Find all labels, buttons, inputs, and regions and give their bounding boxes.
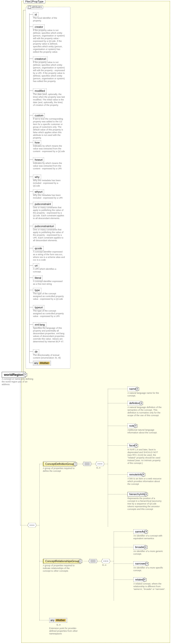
expand-icon[interactable]: + [145,493,148,496]
attr-type-desc: The type of the concept assigned as cont… [33,292,65,300]
elem-definition-desc: A natural language definition of the sem… [128,406,162,417]
elem-hierarchyinfo-desc: Represents the position of a concept in … [128,497,162,510]
elem-sameas-desc: An identifier of a concept with equivale… [133,534,165,540]
group-concept-relationships-desc: A group of properties required to indica… [43,564,75,572]
elem-related-desc: A related concept, where the relationshi… [133,582,165,590]
def-seq[interactable] [96,462,104,466]
root-sequence[interactable] [28,523,36,527]
attr-qcode[interactable]: qcode [33,246,44,251]
elem-definition[interactable]: definition+ [128,401,142,406]
expand-icon[interactable]: + [143,578,146,581]
elem-narrower[interactable]: narrower+ [133,561,147,566]
group-concept-definition-desc: A group of properties required to define… [43,467,75,472]
attr-literal[interactable]: literal [33,276,42,280]
cardinality-label: 0..∞ [96,466,100,469]
attr-creatoruri[interactable]: creatoruri [33,56,48,61]
attr-whyuri[interactable]: whyuri [33,190,44,194]
attr-uri[interactable]: uri [33,263,39,268]
expand-icon[interactable]: + [146,562,148,565]
attr-id-desc: The local identifier of the property. [33,17,62,22]
attr-any[interactable]: any##other [33,361,51,366]
attr-howuri-desc: Indicates by which means the value was e… [33,162,65,170]
attr-xml-lang-desc: Specifies the language of this property … [33,327,65,343]
attr-dir-desc: The directionality of textual content (e… [33,354,65,359]
attr-creator-desc: If the property value is not defined, sp… [33,29,65,54]
expand-icon[interactable]: + [136,387,139,390]
flex-type-title: Flex1PropType [24,0,45,4]
elem-broader-desc: An identifier of a more generic concept. [133,550,165,556]
attr-literal-desc: A concept identifier expressed as a free… [33,280,65,286]
collapse-icon[interactable]: − [28,6,31,8]
elem-facet[interactable]: facet+ [128,443,136,448]
attr-custom-desc: If set to true the corresponding propert… [33,118,65,139]
elem-note-desc: Additional natural language information … [128,429,162,434]
elem-remoteinfo-desc: A link to an item or a web resource whic… [128,478,162,486]
attr-dir[interactable]: dir [33,350,39,354]
attr-creatoruri-desc: If the property value is not defined, sp… [33,61,65,83]
expand-icon[interactable]: + [134,424,137,428]
group-concept-relationships[interactable]: ConceptRelationshipsGroup − [43,559,81,564]
attr-creator[interactable]: creator [33,24,44,29]
elem-note[interactable]: note+ [128,424,136,428]
def-switch[interactable] [83,462,92,466]
expand-icon[interactable]: − [79,560,82,563]
rel-seq[interactable] [102,559,110,563]
root-element-desc: A concept or name only defining the worl… [2,378,34,386]
attr-pubconstrainturi-desc: One or many constraints that apply to pu… [33,228,65,242]
elem-sameas[interactable]: sameAs+ [133,529,146,534]
expand-icon[interactable]: + [135,444,138,447]
attr-xml-lang[interactable]: xml:lang [33,322,46,327]
content-any-desc: Extension point for provider-defined pro… [49,627,81,635]
attr-why-desc: Why the metadata has been included - exp… [33,179,65,187]
attr-pubconstraint-desc: One or many constraints that apply to pu… [33,206,65,220]
attr-custom[interactable]: custom [33,113,45,118]
attributes-title: −attributes [27,6,43,9]
cardinality-label: 0..∞ [102,564,106,566]
elem-hierarchyinfo[interactable]: hierarchyInfo+ [128,492,146,496]
attr-typeuri[interactable]: typeuri [33,305,44,310]
root-element[interactable]: worldRegion − [2,372,26,378]
elem-broader[interactable]: broader+ [133,545,146,550]
expand-icon[interactable]: + [142,473,145,476]
attr-whyuri-desc: Why the metadata has been included - exp… [33,194,65,199]
elem-narrower-desc: An identifier of a more specific concept… [133,566,165,572]
attr-type[interactable]: type [33,288,41,292]
expand-icon[interactable]: + [144,546,148,549]
attr-howuri[interactable]: howuri [33,158,44,162]
attr-pubconstraint[interactable]: pubconstraint [33,202,52,206]
attr-modified[interactable]: modified [33,88,46,93]
elem-facet-desc: In NAR 1.8 and later, facet is deprecate… [128,448,162,464]
attr-how[interactable]: how [33,140,41,145]
attr-uri-desc: A URI which identifies a concept. [33,268,65,273]
root-element-label: worldRegion [4,373,24,376]
group-concept-definition[interactable]: ConceptDefinitionGroup − [43,462,76,466]
elem-name-desc: A natural language name for the concept. [128,392,162,397]
elem-related[interactable]: related+ [133,577,145,582]
content-any[interactable]: any##other [49,618,67,622]
elem-remoteinfo[interactable]: remoteInfo+ [128,472,144,477]
expand-icon[interactable]: + [145,530,148,533]
attr-why[interactable]: why [33,175,41,180]
attr-id[interactable]: id [33,12,38,17]
expand-icon[interactable]: + [140,402,143,405]
expand-icon[interactable]: − [24,373,27,376]
attr-typeuri-desc: The type of the concept assigned as cont… [33,310,65,318]
attr-how-desc: Indicates by which means the value was e… [33,145,65,153]
elem-name[interactable]: name+ [128,386,138,391]
rel-switch[interactable] [88,559,98,563]
attr-modified-desc: The date (and, optionally, the time) whe… [33,93,65,106]
cardinality-label: 0..∞ [56,624,60,626]
attr-qcode-desc: A concept identifier expressed as a stri… [33,250,65,261]
attr-pubconstrainturi[interactable]: pubconstrainturi [33,224,55,228]
